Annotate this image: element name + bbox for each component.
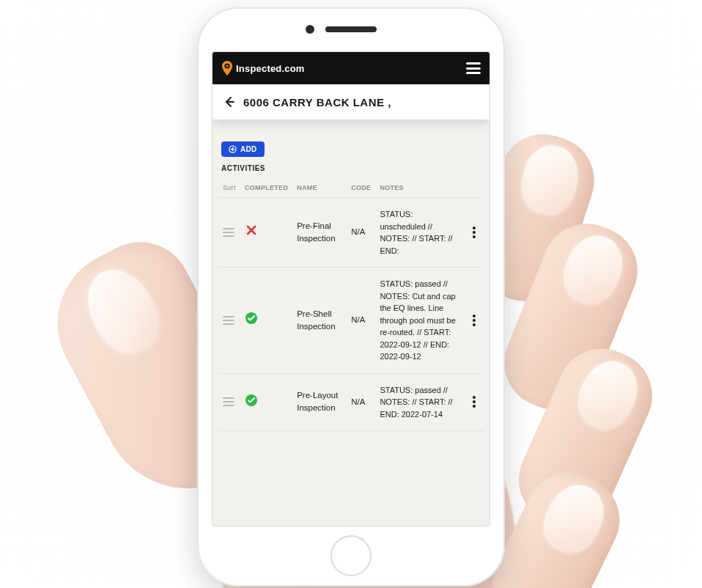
check-circle-icon (245, 317, 258, 326)
table-row: Pre-Shell InspectionN/ASTATUS: passed //… (218, 268, 484, 374)
menu-icon[interactable] (466, 62, 481, 74)
col-header-name[interactable]: NAME (292, 178, 347, 198)
activity-code: N/A (347, 198, 375, 268)
page-title: 6006 CARRY BACK LANE , (243, 96, 391, 109)
activity-name: Pre-Final Inspection (292, 198, 347, 268)
section-title: ACTIVITIES (221, 164, 484, 172)
page-subheader: 6006 CARRY BACK LANE , (213, 84, 489, 120)
x-icon (245, 229, 258, 238)
col-header-notes[interactable]: NOTES (375, 178, 465, 198)
phone-sensor (306, 25, 314, 34)
drag-handle-icon[interactable] (223, 228, 234, 237)
app-header: Inspected.com (213, 52, 489, 84)
activity-code: N/A (347, 373, 375, 431)
col-header-completed[interactable]: COMPLETED (240, 178, 292, 198)
plus-circle-icon (229, 145, 237, 153)
phone-home-button[interactable] (330, 535, 372, 576)
activity-code: N/A (347, 268, 375, 374)
phone-frame: Inspected.com 6006 CARRY BACK LANE , (197, 7, 505, 587)
row-actions-icon[interactable] (469, 227, 479, 238)
check-circle-icon (245, 400, 258, 408)
activity-name: Pre-Shell Inspection (292, 268, 347, 374)
table-row: Pre-Layout InspectionN/ASTATUS: passed /… (218, 373, 484, 431)
row-actions-icon[interactable] (469, 315, 479, 326)
map-pin-icon (221, 61, 233, 76)
activity-notes: STATUS: unscheduled // NOTES: // START: … (375, 198, 465, 268)
svg-point-1 (226, 65, 228, 67)
activities-table: Sort COMPLETED NAME CODE NOTES Pre-Final… (218, 178, 484, 431)
col-header-code[interactable]: CODE (347, 178, 375, 198)
add-button-label: ADD (240, 145, 257, 153)
activity-notes: STATUS: passed // NOTES: // START: // EN… (375, 373, 465, 431)
drag-handle-icon[interactable] (223, 316, 234, 325)
app-screen: Inspected.com 6006 CARRY BACK LANE , (212, 51, 490, 526)
phone-earpiece (325, 26, 377, 32)
add-button[interactable]: ADD (221, 142, 265, 157)
brand-logo[interactable]: Inspected.com (221, 61, 305, 76)
row-actions-icon[interactable] (469, 396, 479, 408)
content-area: ADD ACTIVITIES Sort COMPLETED NAME CODE … (213, 120, 489, 437)
table-row: Pre-Final InspectionN/ASTATUS: unschedul… (218, 198, 484, 268)
drag-handle-icon[interactable] (223, 397, 234, 406)
col-header-sort[interactable]: Sort (218, 178, 240, 198)
back-arrow-icon[interactable] (223, 95, 236, 109)
brand-name: Inspected.com (236, 63, 305, 74)
activity-name: Pre-Layout Inspection (292, 373, 347, 431)
activity-notes: STATUS: passed // NOTES: Cut and cap the… (375, 268, 465, 374)
